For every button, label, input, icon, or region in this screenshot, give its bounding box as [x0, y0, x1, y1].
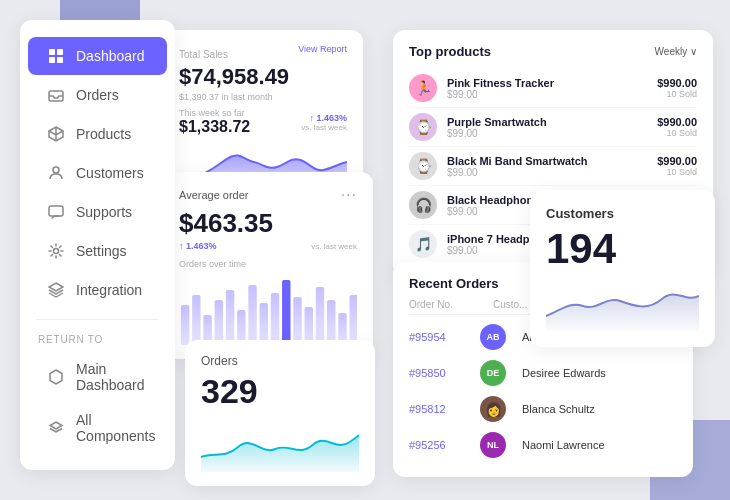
- recent-order-row-2: #95812 👩 Blanca Schultz: [409, 391, 677, 427]
- sales-amount: $74,958.49: [179, 64, 347, 90]
- customers-chart: [546, 281, 699, 331]
- week-amount: $1,338.72: [179, 118, 250, 136]
- sidebar-label-orders: Orders: [76, 87, 119, 103]
- sidebar-return-label: Return To: [20, 330, 175, 351]
- customers-count: 194: [546, 225, 699, 273]
- svg-rect-12: [226, 290, 234, 345]
- product-price-0: $99.00: [447, 89, 657, 100]
- product-img-2: ⌚: [409, 152, 437, 180]
- user-icon: [46, 163, 66, 183]
- orders-chart: [201, 417, 359, 472]
- sidebar-item-all-components[interactable]: All Components: [28, 403, 167, 453]
- svg-rect-21: [327, 300, 335, 345]
- sidebar-label-settings: Settings: [76, 243, 127, 259]
- col-customer: Custo...: [493, 299, 527, 310]
- stack-icon: [46, 418, 66, 438]
- sidebar-label-all-components: All Components: [76, 412, 155, 444]
- product-name-1: Purple Smartwatch: [447, 116, 657, 128]
- box-icon: [46, 124, 66, 144]
- sidebar-item-settings[interactable]: Settings: [28, 232, 167, 270]
- svg-rect-14: [248, 285, 256, 345]
- sales-vs: vs. last week: [301, 123, 347, 132]
- sidebar-item-dashboard[interactable]: Dashboard: [28, 37, 167, 75]
- sidebar-item-products[interactable]: Products: [28, 115, 167, 153]
- sidebar-item-orders[interactable]: Orders: [28, 76, 167, 114]
- svg-rect-1: [57, 49, 63, 55]
- svg-rect-11: [215, 300, 223, 345]
- product-sold-1: 10 Sold: [657, 128, 697, 138]
- products-period[interactable]: Weekly ∨: [655, 46, 697, 57]
- svg-rect-20: [316, 287, 324, 345]
- customer-name-1: Desiree Edwards: [522, 367, 606, 379]
- svg-rect-23: [350, 295, 357, 345]
- grid-icon: [46, 46, 66, 66]
- product-row: ⌚ Black Mi Band Smartwatch $99.00 $990.0…: [409, 147, 697, 186]
- svg-rect-6: [49, 206, 63, 216]
- product-img-4: 🎵: [409, 230, 437, 258]
- order-num-0: #95954: [409, 331, 464, 343]
- svg-rect-16: [271, 293, 279, 345]
- svg-rect-17: [282, 280, 290, 345]
- product-row: 🏃 Pink Fitness Tracker $99.00 $990.00 10…: [409, 69, 697, 108]
- customers-card: Customers 194: [530, 190, 715, 347]
- svg-point-5: [53, 167, 59, 173]
- sidebar-item-supports[interactable]: Supports: [28, 193, 167, 231]
- sidebar-item-integration[interactable]: Integration: [28, 271, 167, 309]
- customer-name-2: Blanca Schultz: [522, 403, 595, 415]
- avatar-3: NL: [480, 432, 506, 458]
- avatar-1: DE: [480, 360, 506, 386]
- product-revenue-1: $990.00: [657, 116, 697, 128]
- products-title: Top products: [409, 44, 491, 59]
- product-revenue-2: $990.00: [657, 155, 697, 167]
- svg-rect-2: [49, 57, 55, 63]
- avg-badge: ↑ 1.463%: [179, 241, 217, 251]
- avg-chart: [179, 275, 357, 345]
- sales-tag: Total Sales: [179, 49, 228, 60]
- sidebar-label-supports: Supports: [76, 204, 132, 220]
- svg-rect-3: [57, 57, 63, 63]
- recent-order-row-3: #95256 NL Naomi Lawrence: [409, 427, 677, 463]
- col-order-no: Order No.: [409, 299, 453, 310]
- sidebar-divider: [36, 319, 159, 320]
- avg-chart-label: Orders over time: [179, 259, 357, 269]
- product-revenue-0: $990.00: [657, 77, 697, 89]
- sidebar-label-integration: Integration: [76, 282, 142, 298]
- svg-rect-0: [49, 49, 55, 55]
- order-num-2: #95812: [409, 403, 464, 415]
- settings-icon: [46, 241, 66, 261]
- customers-title: Customers: [546, 206, 699, 221]
- average-order-card: Average order ··· $463.35 ↑ 1.463% vs. l…: [163, 172, 373, 359]
- order-num-1: #95850: [409, 367, 464, 379]
- product-row: ⌚ Purple Smartwatch $99.00 $990.00 10 So…: [409, 108, 697, 147]
- svg-rect-15: [260, 303, 268, 345]
- recent-order-row-1: #95850 DE Desiree Edwards: [409, 355, 677, 391]
- sidebar-item-main-dashboard[interactable]: Main Dashboard: [28, 352, 167, 402]
- view-report-link[interactable]: View Report: [298, 44, 347, 54]
- chat-icon: [46, 202, 66, 222]
- sidebar-label-customers: Customers: [76, 165, 144, 181]
- order-num-3: #95256: [409, 439, 464, 451]
- sidebar-label-products: Products: [76, 126, 131, 142]
- hexagon-icon: [46, 367, 66, 387]
- avg-title: Average order: [179, 189, 249, 201]
- sidebar-label-dashboard: Dashboard: [76, 48, 145, 64]
- orders-card: Orders 329: [185, 340, 375, 486]
- product-sold-0: 10 Sold: [657, 89, 697, 99]
- sidebar-item-customers[interactable]: Customers: [28, 154, 167, 192]
- product-img-0: 🏃: [409, 74, 437, 102]
- sidebar: Dashboard Orders Products Customers: [20, 20, 175, 470]
- inbox-icon: [46, 85, 66, 105]
- product-price-2: $99.00: [447, 167, 657, 178]
- sales-sub: $1,390.37 in last month: [179, 92, 347, 102]
- avg-amount: $463.35: [179, 208, 357, 239]
- avg-menu[interactable]: ···: [341, 186, 357, 204]
- svg-point-7: [54, 249, 59, 254]
- product-price-1: $99.00: [447, 128, 657, 139]
- avatar-2: 👩: [480, 396, 506, 422]
- product-name-2: Black Mi Band Smartwatch: [447, 155, 657, 167]
- product-img-3: 🎧: [409, 191, 437, 219]
- product-name-0: Pink Fitness Tracker: [447, 77, 657, 89]
- orders-title: Orders: [201, 354, 359, 368]
- svg-rect-8: [181, 305, 189, 345]
- product-sold-2: 10 Sold: [657, 167, 697, 177]
